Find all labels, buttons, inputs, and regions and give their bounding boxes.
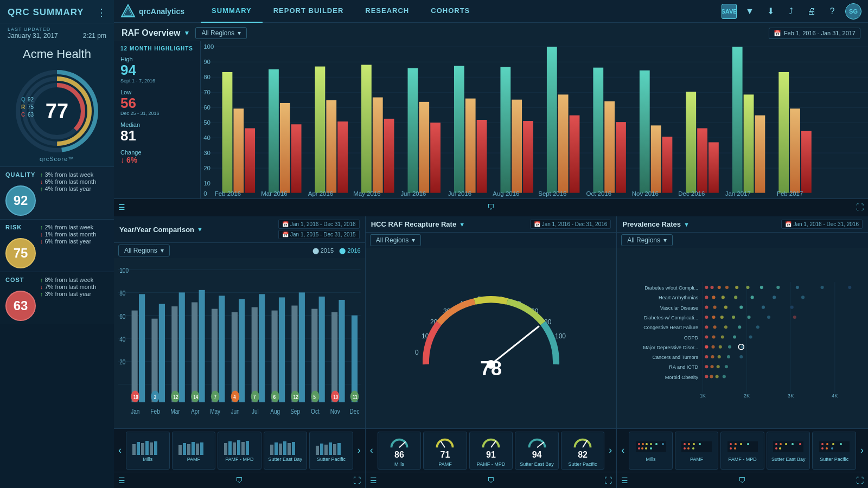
svg-point-216 (725, 286, 729, 289)
cost-section: COST 63 ↑ 8% from last week ↓ 7% from la… (0, 272, 114, 324)
hcc-thumb-mills[interactable]: 86 Mills (378, 432, 422, 470)
svg-rect-113 (212, 309, 218, 402)
sidebar: QRC SUMMARY ⋮ LAST UPDATED January 31, 2… (0, 0, 114, 488)
raf-filter-icon[interactable]: ▼ (183, 29, 190, 37)
prev-prev-btn[interactable]: ‹ (619, 445, 627, 456)
hcc-thumb-pamf-mpd[interactable]: 91 PAMF - MPD (469, 432, 513, 470)
svg-text:10: 10 (203, 180, 210, 187)
hcc-raf-controls: All Regions ▾ (366, 233, 617, 248)
sidebar-menu-icon[interactable]: ⋮ (97, 7, 106, 18)
print-button[interactable]: 🖨 (804, 4, 819, 19)
bookmark-icon[interactable]: ⛉ (487, 203, 495, 211)
thumb-mills[interactable]: Mills (126, 432, 170, 470)
expand-icon[interactable]: ⛶ (353, 476, 361, 485)
pin-icon[interactable]: ⛉ (235, 476, 243, 485)
year-comparison-filter-icon[interactable]: ▼ (197, 226, 203, 233)
change-pct: 6% (126, 156, 137, 164)
svg-rect-302 (727, 441, 758, 452)
pin-icon3[interactable]: ⛉ (738, 476, 746, 485)
thumb-sutter-pac[interactable]: Sutter Pacific (309, 432, 353, 470)
expand-icon[interactable]: ⛶ (856, 203, 864, 211)
save-button[interactable]: SAVE (722, 4, 737, 19)
svg-rect-61 (640, 70, 650, 193)
prev-thumb-mills[interactable]: Mills (629, 432, 673, 470)
svg-text:Nov: Nov (330, 407, 340, 415)
prev-thumb-sutter-pac[interactable]: Sutter Pacific (812, 432, 856, 470)
help-button[interactable]: ? (825, 4, 840, 19)
svg-rect-163 (183, 443, 186, 455)
expand-icon3[interactable]: ⛶ (856, 476, 864, 485)
svg-rect-35 (233, 108, 244, 192)
prev-thumb-pamf-mpd[interactable]: PAMF - MPD (720, 432, 764, 470)
hcc-next-btn[interactable]: › (607, 445, 614, 456)
cost-change-month-text: 7% from last month (45, 284, 97, 290)
hamburger-icon[interactable]: ☰ (118, 203, 125, 211)
prev-sutter-pac-label: Sutter Pacific (820, 457, 848, 462)
svg-point-305 (740, 443, 742, 445)
svg-point-228 (734, 296, 737, 299)
quality-changes: ↑ 3% from last week ↓ 6% from last month… (40, 171, 96, 192)
svg-text:10: 10 (333, 394, 338, 400)
svg-rect-180 (316, 446, 319, 455)
hcc-region-select[interactable]: All Regions ▾ (370, 234, 422, 246)
svg-rect-183 (329, 442, 332, 455)
prev-filter-icon[interactable]: ▼ (684, 221, 690, 228)
svg-text:2: 2 (154, 394, 156, 400)
svg-text:92: 92 (28, 97, 34, 102)
next-button[interactable]: › (355, 445, 363, 456)
tab-research[interactable]: RESEARCH (354, 0, 420, 23)
hcc-filter-icon[interactable]: ▼ (459, 221, 465, 228)
tab-report-builder[interactable]: REPORT BUILDER (263, 0, 355, 23)
risk-badge: 75 (5, 238, 36, 268)
thumb-pamf-mpd[interactable]: PAMF - MPD (218, 432, 261, 470)
thumb-sutter-eb[interactable]: Sutter East Bay (264, 432, 308, 470)
down-arrow-icon: ↓ (40, 238, 43, 245)
filter-button[interactable]: ▼ (742, 4, 757, 19)
raf-region-select[interactable]: All Regions ▾ (195, 27, 247, 39)
hcc-thumb-pamf[interactable]: 71 PAMF (423, 432, 467, 470)
svg-text:Feb 2017: Feb 2017 (777, 190, 803, 197)
tab-summary[interactable]: SUMMARY (201, 0, 263, 23)
hcc-thumb-sutter-eb[interactable]: 94 Sutter East Bay (515, 432, 559, 470)
tab-cohorts[interactable]: COHORTS (420, 0, 481, 23)
prev-button[interactable]: ‹ (116, 445, 124, 456)
share-button[interactable]: ⤴ (783, 4, 799, 19)
svg-text:Jun: Jun (231, 407, 239, 415)
prev-thumb-pamf[interactable]: PAMF (675, 432, 719, 470)
svg-point-225 (705, 296, 709, 299)
year-comparison-region[interactable]: All Regions ▾ (118, 245, 170, 256)
menu-icon2[interactable]: ☰ (370, 476, 377, 485)
prevalence-region[interactable]: All Regions ▾ (621, 234, 673, 246)
svg-line-200 (441, 441, 445, 447)
hcc-thumb-sutter-pac[interactable]: 82 Sutter Pacific (561, 432, 605, 470)
risk-change-year: ↓ 6% from last year (40, 238, 96, 245)
hcc-mills-label: Mills (394, 461, 404, 467)
pin-icon2[interactable]: ⛉ (487, 476, 495, 485)
gauge-value-text: 78 (480, 357, 502, 380)
svg-point-297 (693, 443, 695, 445)
svg-text:Jul 2016: Jul 2016 (448, 190, 471, 197)
menu-icon[interactable]: ☰ (118, 476, 125, 485)
user-avatar[interactable]: SG (845, 3, 861, 20)
download-button[interactable]: ⬇ (763, 4, 778, 19)
thumb-pamf[interactable]: PAMF (172, 432, 216, 470)
hcc-sutter-pac-label: Sutter Pacific (569, 461, 597, 467)
prev-thumb-sutter-eb[interactable]: Sutter East Bay (767, 432, 810, 470)
svg-point-300 (687, 447, 690, 450)
svg-point-244 (748, 316, 751, 319)
menu-icon3[interactable]: ☰ (621, 476, 628, 485)
svg-rect-170 (233, 442, 236, 455)
svg-point-321 (840, 443, 842, 445)
expand-icon2[interactable]: ⛶ (604, 476, 612, 485)
svg-point-293 (650, 447, 652, 450)
svg-rect-102 (159, 304, 165, 402)
svg-rect-122 (259, 294, 265, 402)
svg-rect-162 (178, 445, 182, 455)
svg-text:10: 10 (133, 394, 138, 400)
prev-next-btn[interactable]: › (858, 445, 866, 456)
highlight-high: High 94 Sept 1 - 7, 2016 (120, 56, 194, 84)
risk-section: RISK 75 ↑ 2% from last week ↓ 1% from la… (0, 219, 114, 272)
hcc-prev-btn[interactable]: ‹ (368, 445, 375, 456)
svg-point-231 (801, 296, 805, 299)
hcc-raf-date-text: Jan 1, 2016 - Dec 31, 2016 (542, 221, 608, 227)
